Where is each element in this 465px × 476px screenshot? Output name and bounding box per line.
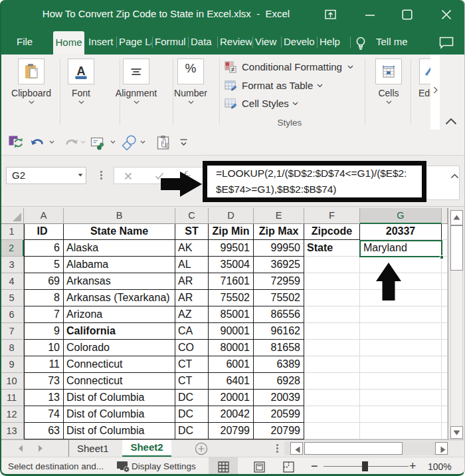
svg-text:A: A [77, 64, 86, 78]
